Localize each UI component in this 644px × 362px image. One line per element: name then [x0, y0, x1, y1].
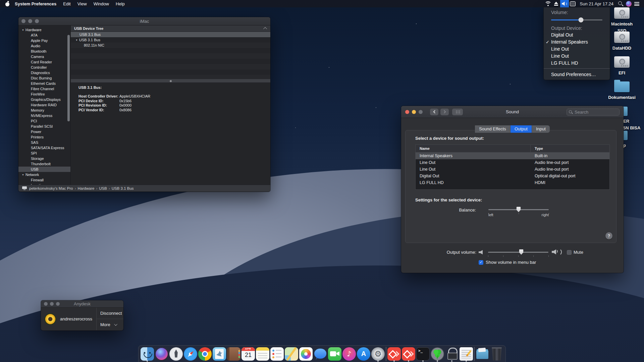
sidebar-item[interactable]: Power	[18, 129, 70, 134]
status-icon[interactable]	[633, 0, 641, 7]
sidebar-item[interactable]: FireWire	[18, 92, 70, 97]
mute-checkbox[interactable]	[567, 250, 572, 255]
menu-item[interactable]: Edit	[60, 1, 74, 6]
status-icon[interactable]	[569, 0, 577, 7]
search-field[interactable]	[567, 109, 620, 116]
breadcrumb-item[interactable]: Hardware	[78, 186, 99, 190]
sidebar-item[interactable]: Hardware RAID	[18, 102, 70, 108]
tree-row[interactable]: USB 3.1 Bus	[71, 32, 270, 37]
table-row[interactable]: Line Out Audio line-out port	[416, 166, 609, 173]
dock-item[interactable]	[314, 346, 327, 362]
dock-item[interactable]	[386, 346, 386, 362]
desktop-icon[interactable]: Dokumentasi	[606, 81, 637, 101]
show-all-button[interactable]	[452, 109, 463, 115]
dock-item[interactable]	[169, 346, 183, 362]
volume-menu-slider[interactable]	[551, 17, 602, 22]
dock-item[interactable]	[474, 346, 475, 362]
dock-item[interactable]	[141, 346, 154, 362]
help-button[interactable]: ?	[605, 232, 612, 239]
dock-item[interactable]	[445, 346, 459, 362]
dock-item[interactable]	[299, 346, 313, 362]
sidebar-item[interactable]: Controller	[18, 65, 70, 70]
dock-item[interactable]	[342, 346, 356, 362]
forward-button[interactable]	[440, 109, 449, 115]
sidebar-item[interactable]: Memory	[18, 108, 70, 113]
sidebar-item[interactable]: USB	[18, 167, 70, 172]
sidebar-item[interactable]: Firewall	[18, 177, 70, 183]
desktop-icon[interactable]: ER 5N BISA	[623, 107, 643, 131]
sidebar-item[interactable]: Thunderbolt	[18, 161, 70, 167]
output-device-item[interactable]: Internal Speakers	[544, 39, 610, 46]
sidebar-item[interactable]: Fibre Channel	[18, 86, 70, 92]
back-button[interactable]	[430, 109, 438, 115]
sidebar-item[interactable]: Bluetooth	[18, 49, 70, 54]
dock-item[interactable]	[184, 346, 197, 362]
output-volume-slider[interactable]	[488, 249, 548, 255]
output-volume-knob[interactable]	[519, 249, 524, 255]
show-volume-checkbox[interactable]	[479, 260, 483, 265]
sidebar-item[interactable]: Disc Burning	[18, 75, 70, 81]
pane-splitter[interactable]	[71, 79, 270, 83]
sidebar-item[interactable]: Printers	[18, 134, 70, 140]
tree-row[interactable]: 802.11n NIC	[71, 43, 270, 48]
status-icon[interactable]	[625, 0, 633, 7]
table-row[interactable]: Digital Out Optical digital-out port	[416, 173, 609, 179]
sidebar-item[interactable]: SAS	[18, 140, 70, 145]
dock-item[interactable]	[402, 346, 415, 362]
dock-item[interactable]	[490, 346, 503, 362]
search-input[interactable]	[574, 109, 617, 115]
sidebar-item[interactable]: Hardware	[18, 27, 70, 33]
dock-item[interactable]	[285, 346, 298, 362]
sidebar-item[interactable]: PCI	[18, 118, 70, 124]
dock-item[interactable]	[155, 346, 168, 362]
dock-item[interactable]	[213, 346, 226, 362]
sidebar-item[interactable]: Locations	[18, 183, 70, 185]
collapse-chevron-icon[interactable]	[263, 27, 267, 31]
dock-item[interactable]	[256, 346, 269, 362]
sidebar-item[interactable]: SATA/SATA Express	[18, 145, 70, 150]
dock-item[interactable]	[371, 346, 385, 362]
dock-item[interactable]	[387, 346, 401, 362]
table-row[interactable]: Line Out Audio line-out port	[416, 159, 609, 166]
balance-knob[interactable]	[517, 207, 521, 212]
balance-slider[interactable]	[488, 207, 549, 212]
tab[interactable]: Output	[511, 125, 532, 133]
table-row[interactable]: Internal Speakers Built-in	[416, 153, 609, 159]
sidebar-item[interactable]: Audio	[18, 43, 70, 49]
breadcrumb-item[interactable]: USB 3.1 Bus	[112, 186, 134, 190]
sidebar-item[interactable]: SPI	[18, 150, 70, 156]
sidebar-item[interactable]: Ethernet Cards	[18, 81, 70, 86]
dock-item[interactable]	[416, 346, 430, 362]
status-icon[interactable]	[616, 0, 625, 7]
dock-item[interactable]: APR 21	[241, 346, 255, 362]
sidebar-item[interactable]: Parallel SCSI	[18, 124, 70, 129]
sidebar-item[interactable]: Diagnostics	[18, 70, 70, 75]
sysinfo-titlebar[interactable]: iMac	[18, 17, 270, 25]
desktop-icon[interactable]: Macintosh SSD	[606, 7, 637, 34]
anydesk-titlebar[interactable]: Anydesk	[41, 300, 123, 308]
dock-item[interactable]	[431, 346, 444, 362]
apple-menu[interactable]	[3, 0, 11, 7]
sidebar-scrollbar[interactable]	[67, 35, 70, 121]
sidebar-item[interactable]: Card Reader	[18, 59, 70, 65]
output-device-item[interactable]: LG FULL HD	[544, 60, 610, 67]
column-header-name[interactable]: Name	[416, 145, 531, 152]
sidebar-item[interactable]: Storage	[18, 156, 70, 161]
sidebar-item[interactable]: Graphics/Displays	[18, 97, 70, 102]
dock-item[interactable]	[460, 346, 473, 362]
desktop-icon[interactable]: p	[623, 131, 643, 149]
dock-item[interactable]	[198, 346, 212, 362]
tab[interactable]: Sound Effects	[475, 125, 511, 133]
menu-bar-clock[interactable]: Sun 21 Apr 17.24	[577, 1, 616, 6]
menu-item[interactable]: View	[74, 1, 90, 6]
dock-item[interactable]	[270, 346, 284, 362]
sidebar-item[interactable]: Camera	[18, 54, 70, 59]
active-app-menu[interactable]: System Preferences	[11, 1, 60, 6]
more-button[interactable]: More	[97, 319, 123, 330]
menu-item[interactable]: Help	[112, 1, 128, 6]
sidebar-item[interactable]: Network	[18, 172, 70, 177]
dock-item[interactable]	[357, 346, 370, 362]
output-device-item[interactable]: Line Out	[544, 53, 610, 60]
output-device-item[interactable]: Line Out	[544, 46, 610, 53]
tree-row[interactable]: USB 3.1 Bus	[71, 37, 270, 43]
